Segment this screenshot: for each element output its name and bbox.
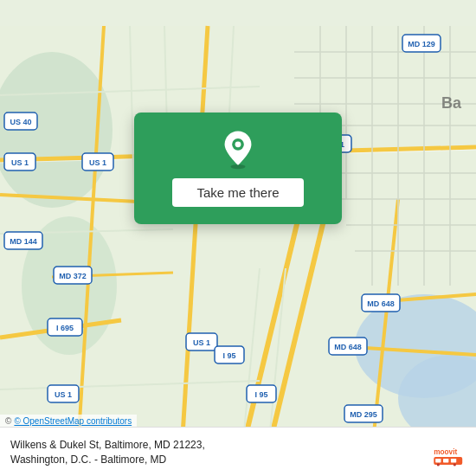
svg-text:US 40: US 40 [10,118,31,126]
svg-text:Ba: Ba [441,94,462,112]
map-background: US 1 US 40 US 40 US 1 US 1 US 1 MD 144 M… [0,0,476,476]
svg-text:MD 648: MD 648 [367,299,395,308]
svg-text:I 95: I 95 [254,390,267,399]
svg-point-80 [437,463,440,466]
svg-text:US 1: US 1 [55,390,72,399]
svg-text:MD 295: MD 295 [350,410,377,419]
location-pin-icon [217,128,259,170]
svg-text:US 1: US 1 [89,158,106,167]
overlay-panel: Take me there [134,113,342,224]
address-text: Wilkens & Dukel St, Baltimore, MD 21223,… [10,438,424,467]
svg-text:US 1: US 1 [11,158,29,167]
address-line2: Washington, D.C. - Baltimore, MD [10,453,424,467]
copyright-bar: © © OpenStreetMap contributors [0,415,137,428]
svg-text:moovit: moovit [434,448,457,456]
svg-text:MD 144: MD 144 [10,237,37,246]
bottom-bar: Wilkens & Dukel St, Baltimore, MD 21223,… [0,427,476,476]
moovit-logo: moovit [433,436,466,469]
svg-rect-78 [443,459,448,462]
svg-rect-77 [435,459,441,462]
svg-rect-79 [451,459,456,462]
svg-text:MD 648: MD 648 [334,343,362,351]
svg-point-81 [453,463,456,466]
svg-text:I 695: I 695 [56,324,74,332]
svg-text:US 1: US 1 [193,338,210,347]
osm-link[interactable]: © OpenStreetMap contributors [14,416,132,426]
take-me-there-button[interactable]: Take me there [172,178,303,207]
address-line1: Wilkens & Dukel St, Baltimore, MD 21223, [10,438,424,453]
map-container: US 1 US 40 US 40 US 1 US 1 US 1 MD 144 M… [0,0,476,476]
moovit-icon: moovit [433,436,466,469]
svg-text:MD 372: MD 372 [59,272,87,280]
svg-text:I 95: I 95 [222,351,235,360]
svg-point-74 [235,141,241,147]
svg-text:MD 129: MD 129 [408,40,435,48]
copyright-icon: © [5,416,11,426]
